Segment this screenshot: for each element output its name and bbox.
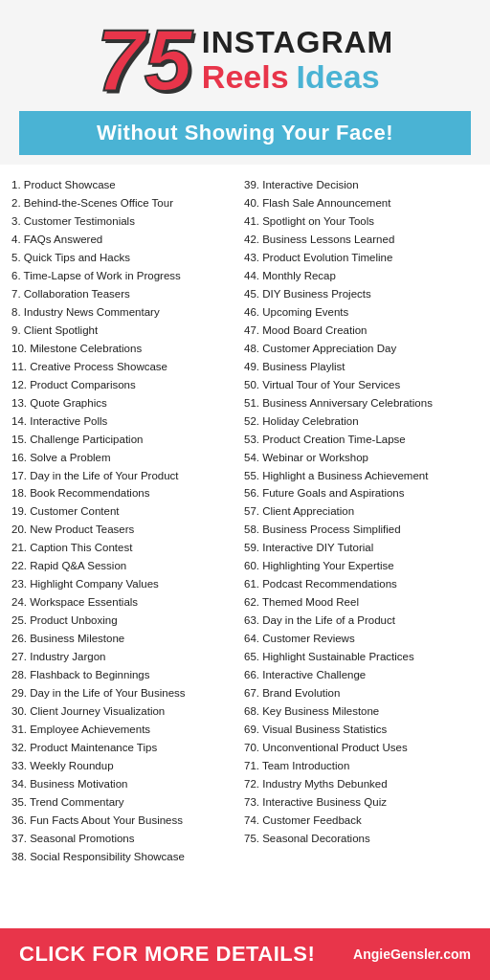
header: 75 INSTAGRAM Reels Ideas Without Showing… — [0, 0, 490, 165]
list-item: 51. Business Anniversary Celebrations — [242, 394, 475, 412]
list-item: 50. Virtual Tour of Your Services — [242, 376, 475, 394]
list-item: 33. Weekly Roundup — [10, 757, 242, 775]
header-top: 75 INSTAGRAM Reels Ideas — [19, 17, 471, 103]
list-item: 55. Highlight a Business Achievement — [242, 467, 475, 485]
list-item: 27. Industry Jargon — [10, 648, 242, 666]
list-item: 73. Interactive Business Quiz — [242, 793, 475, 812]
list-item: 26. Business Milestone — [10, 630, 242, 648]
list-item: 5. Quick Tips and Hacks — [10, 249, 242, 267]
list-item: 1. Product Showcase — [10, 176, 242, 194]
list-item: 19. Customer Content — [10, 502, 242, 521]
left-column: 1. Product Showcase2. Behind-the-Scenes … — [10, 176, 242, 917]
title-right: INSTAGRAM Reels Ideas — [202, 26, 393, 96]
list-item: 8. Industry News Commentary — [10, 303, 242, 322]
list-item: 3. Customer Testimonials — [10, 212, 242, 231]
list-item: 29. Day in the Life of Your Business — [10, 684, 242, 702]
list-item: 31. Employee Achievements — [10, 721, 242, 739]
reels-ideas-row: Reels Ideas — [202, 59, 380, 95]
list-item: 43. Product Evolution Timeline — [242, 249, 475, 267]
list-item: 30. Client Journey Visualization — [10, 702, 242, 721]
instagram-label: INSTAGRAM — [202, 26, 393, 59]
list-item: 69. Visual Business Statistics — [242, 721, 475, 739]
list-item: 64. Customer Reviews — [242, 630, 475, 648]
list-item: 34. Business Motivation — [10, 775, 242, 793]
list-item: 15. Challenge Participation — [10, 431, 242, 449]
list-item: 21. Caption This Contest — [10, 539, 242, 557]
footer[interactable]: CLICK FOR MORE DETAILS! AngieGensler.com — [0, 928, 490, 980]
list-item: 70. Unconventional Product Uses — [242, 739, 475, 757]
list-item: 53. Product Creation Time-Lapse — [242, 431, 475, 449]
list-item: 54. Webinar or Workshop — [242, 449, 475, 467]
reels-label: Reels — [202, 59, 289, 95]
list-item: 56. Future Goals and Aspirations — [242, 484, 475, 502]
list-item: 46. Upcoming Events — [242, 303, 475, 322]
list-item: 63. Day in the Life of a Product — [242, 612, 475, 630]
list-item: 2. Behind-the-Scenes Office Tour — [10, 194, 242, 212]
footer-brand: AngieGensler.com — [353, 947, 471, 962]
list-item: 48. Customer Appreciation Day — [242, 340, 475, 358]
list-item: 9. Client Spotlight — [10, 322, 242, 340]
list-item: 12. Product Comparisons — [10, 376, 242, 394]
subtitle-banner: Without Showing Your Face! — [19, 111, 471, 155]
list-item: 11. Creative Process Showcase — [10, 358, 242, 376]
list-item: 65. Highlight Sustainable Practices — [242, 648, 475, 666]
subtitle-text: Without Showing Your Face! — [97, 121, 393, 145]
list-item: 4. FAQs Answered — [10, 231, 242, 249]
footer-cta[interactable]: CLICK FOR MORE DETAILS! — [19, 942, 315, 967]
list-item: 39. Interactive Decision — [242, 176, 475, 194]
list-item: 61. Podcast Recommendations — [242, 575, 475, 593]
list-item: 13. Quote Graphics — [10, 394, 242, 412]
list-item: 18. Book Recommendations — [10, 484, 242, 502]
list-item: 45. DIY Business Projects — [242, 285, 475, 303]
list-item: 62. Themed Mood Reel — [242, 593, 475, 612]
list-item: 57. Client Appreciation — [242, 502, 475, 521]
list-item: 28. Flashback to Beginnings — [10, 666, 242, 684]
list-item: 36. Fun Facts About Your Business — [10, 812, 242, 830]
list-item: 25. Product Unboxing — [10, 612, 242, 630]
list-item: 44. Monthly Recap — [242, 267, 475, 285]
list-item: 72. Industry Myths Debunked — [242, 775, 475, 793]
list-item: 20. New Product Teasers — [10, 521, 242, 539]
list-item: 68. Key Business Milestone — [242, 702, 475, 721]
list-item: 16. Solve a Problem — [10, 449, 242, 467]
list-item: 7. Collaboration Teasers — [10, 285, 242, 303]
list-item: 35. Trend Commentary — [10, 793, 242, 812]
list-item: 6. Time-Lapse of Work in Progress — [10, 267, 242, 285]
right-column: 39. Interactive Decision40. Flash Sale A… — [242, 176, 475, 917]
list-item: 49. Business Playlist — [242, 358, 475, 376]
list-item: 10. Milestone Celebrations — [10, 340, 242, 358]
list-item: 32. Product Maintenance Tips — [10, 739, 242, 757]
list-item: 17. Day in the Life of Your Product — [10, 467, 242, 485]
list-item: 71. Team Introduction — [242, 757, 475, 775]
content-area: 1. Product Showcase2. Behind-the-Scenes … — [0, 165, 490, 928]
list-item: 67. Brand Evolution — [242, 684, 475, 702]
header-number: 75 — [97, 17, 192, 103]
list-item: 58. Business Process Simplified — [242, 521, 475, 539]
list-item: 52. Holiday Celebration — [242, 412, 475, 431]
list-item: 40. Flash Sale Announcement — [242, 194, 475, 212]
list-item: 38. Social Responsibility Showcase — [10, 848, 242, 866]
list-item: 66. Interactive Challenge — [242, 666, 475, 684]
list-item: 37. Seasonal Promotions — [10, 830, 242, 848]
list-item: 24. Workspace Essentials — [10, 593, 242, 612]
list-item: 75. Seasonal Decorations — [242, 830, 475, 848]
brand-name: AngieGensler.com — [353, 947, 471, 962]
list-item: 41. Spotlight on Your Tools — [242, 212, 475, 231]
list-item: 22. Rapid Q&A Session — [10, 557, 242, 575]
list-item: 47. Mood Board Creation — [242, 322, 475, 340]
list-item: 14. Interactive Polls — [10, 412, 242, 431]
list-item: 59. Interactive DIY Tutorial — [242, 539, 475, 557]
list-item: 42. Business Lessons Learned — [242, 231, 475, 249]
list-item: 74. Customer Feedback — [242, 812, 475, 830]
ideas-label: Ideas — [297, 59, 380, 95]
list-item: 60. Highlighting Your Expertise — [242, 557, 475, 575]
list-item: 23. Highlight Company Values — [10, 575, 242, 593]
